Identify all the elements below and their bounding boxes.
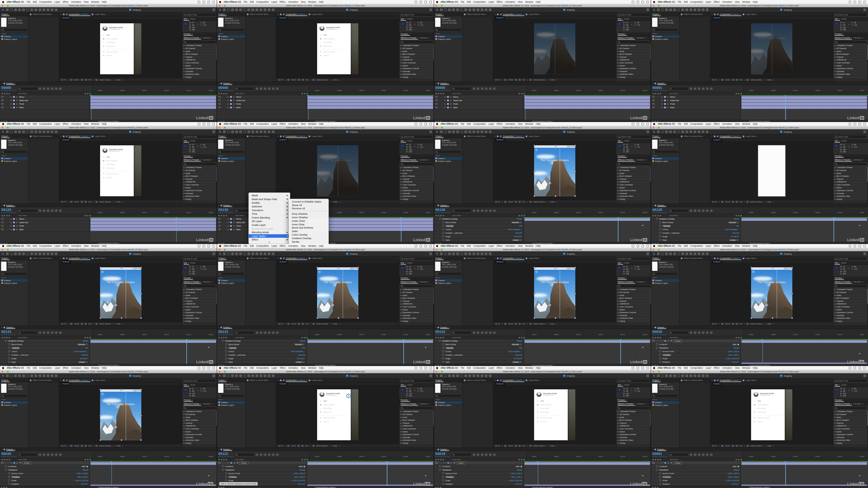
property-value[interactable]: 632.1,326.1 bbox=[728, 354, 739, 356]
effect-category-row[interactable]: ▶ Expression Controls bbox=[182, 311, 217, 314]
effect-category-row[interactable]: ▶ Color Correction bbox=[616, 184, 651, 187]
panel-menu-icon[interactable]: ≡ bbox=[192, 399, 193, 401]
layer-bar[interactable] bbox=[524, 218, 650, 221]
grid-guides-icon[interactable] bbox=[504, 445, 506, 447]
stopwatch-icon[interactable] bbox=[8, 472, 10, 475]
drawer-item[interactable]: ✉ Send Comments bbox=[102, 171, 131, 176]
disclosure-icon[interactable]: ▶ bbox=[835, 59, 836, 61]
project-item-row[interactable]: Drawers bbox=[651, 157, 679, 160]
battery-icon[interactable] bbox=[425, 367, 427, 369]
modes-column-icon[interactable] bbox=[738, 337, 739, 338]
submenu-item[interactable]: Inner Glow bbox=[289, 223, 329, 226]
lock-column-icon[interactable] bbox=[9, 93, 10, 94]
tab-project[interactable]: Project≡ bbox=[652, 379, 660, 382]
effect-category-row[interactable]: ▶ Blur & Sharpen bbox=[182, 53, 217, 56]
property-value[interactable]: ⇔ 100.0,100.0% bbox=[724, 357, 739, 360]
panel-menu-icon[interactable]: ≡ bbox=[523, 257, 524, 259]
menu-item[interactable]: Window bbox=[308, 1, 316, 3]
effect-category-row[interactable]: ▶ Channel bbox=[182, 56, 217, 59]
comp-nav-chip[interactable]: Drawers bbox=[61, 260, 71, 263]
selection-handle[interactable] bbox=[338, 267, 339, 268]
layer-name-header[interactable]: Layer Name bbox=[235, 337, 244, 338]
close-button[interactable] bbox=[653, 249, 654, 251]
effect-category-row[interactable]: ▶ Expression Controls bbox=[833, 311, 868, 314]
menu-item[interactable]: File bbox=[461, 123, 464, 125]
view-layout-select[interactable]: 1 View bbox=[766, 201, 771, 203]
tab-layer[interactable]: Layer Menu bbox=[746, 134, 756, 138]
menu-item[interactable]: Effect bbox=[497, 123, 503, 125]
disclosure-icon[interactable]: ▶ bbox=[401, 315, 402, 316]
context-menu-item[interactable]: Transform ▶ bbox=[249, 208, 290, 212]
panel-menu-icon[interactable]: ≡ bbox=[851, 159, 852, 161]
property-value[interactable]: ⇔ 100.0,100.0% bbox=[507, 479, 522, 482]
disclosure-icon[interactable]: ▶ bbox=[835, 198, 836, 200]
property-label[interactable]: Gradien...oothness bbox=[228, 354, 246, 356]
drawer-item[interactable]: ✉ Send Comments bbox=[319, 49, 348, 54]
effect-category-row[interactable]: ▶ Audio bbox=[833, 50, 868, 53]
graph-icon[interactable] bbox=[654, 487, 656, 488]
composition-viewer[interactable]: Samantha Smith ssmith@email.com ▭ Chat bbox=[276, 386, 399, 444]
property-label[interactable]: Opacity bbox=[445, 225, 454, 227]
disclosure-icon[interactable]: ▶ bbox=[10, 96, 12, 98]
menu-item[interactable]: Help bbox=[319, 366, 323, 369]
close-button[interactable] bbox=[2, 371, 3, 372]
motion-blur-icon[interactable] bbox=[706, 88, 709, 90]
menu-item[interactable]: Composition bbox=[690, 245, 703, 247]
layer-label-chip[interactable] bbox=[230, 228, 232, 231]
time-ruler[interactable]: 000250005000075001000012500150 bbox=[309, 85, 434, 92]
comp-timecode[interactable]: 00019 bbox=[508, 445, 513, 447]
zoom-tool-icon[interactable] bbox=[661, 375, 664, 377]
status-icon[interactable] bbox=[415, 1, 417, 3]
disclosure-icon[interactable]: ▶ bbox=[401, 195, 402, 197]
property-value[interactable]: -135.9,-333.9 bbox=[727, 472, 739, 475]
comp-nav-chip[interactable]: Drawers bbox=[278, 138, 288, 141]
effect-category-row[interactable]: ▶ 3D Channel bbox=[182, 169, 217, 172]
app-menu-title[interactable]: After Effects CC bbox=[6, 1, 24, 3]
lock-column-icon[interactable] bbox=[443, 459, 444, 460]
close-button[interactable] bbox=[219, 127, 220, 129]
workspace-icon[interactable] bbox=[429, 375, 432, 377]
menu-scroll-icon[interactable]: ▼ bbox=[249, 241, 290, 243]
close-icon[interactable]: × bbox=[61, 379, 62, 381]
disclosure-icon[interactable]: ▶ bbox=[184, 294, 185, 296]
lock-column-icon[interactable] bbox=[660, 93, 661, 94]
selection-handle[interactable] bbox=[140, 389, 142, 390]
comp-mini-flowchart-icon[interactable] bbox=[690, 332, 692, 334]
panel-menu-icon[interactable]: ≡ bbox=[448, 326, 449, 328]
disclosure-icon[interactable]: ▶ bbox=[618, 175, 619, 177]
hand-tool-icon[interactable] bbox=[223, 130, 226, 133]
tab-info[interactable]: Info≡ bbox=[835, 261, 840, 265]
menu-item[interactable]: File bbox=[461, 1, 464, 3]
zoom-button[interactable] bbox=[658, 249, 660, 251]
project-search-input[interactable] bbox=[652, 150, 678, 154]
disclosure-icon[interactable]: ▶ bbox=[835, 416, 836, 418]
submenu-item[interactable]: Inner Shadow bbox=[289, 216, 329, 219]
eraser-tool-icon[interactable] bbox=[698, 130, 701, 133]
effect-category-row[interactable]: ▶ CINEMA 4D bbox=[399, 425, 434, 427]
disclosure-icon[interactable]: ▶ bbox=[618, 193, 619, 194]
close-icon[interactable]: × bbox=[61, 135, 62, 137]
panel-menu-icon[interactable]: ≡ bbox=[659, 135, 660, 137]
menu-item[interactable]: Help bbox=[102, 1, 106, 3]
menu-item[interactable]: View bbox=[84, 366, 88, 369]
menu-item[interactable]: View bbox=[301, 123, 305, 125]
selection-tool-icon[interactable] bbox=[436, 130, 439, 133]
selection-handle[interactable] bbox=[99, 389, 101, 390]
timeline-search-input[interactable] bbox=[452, 87, 471, 90]
project-item-row[interactable]: Drawers bbox=[651, 35, 679, 38]
comp-mini-flowchart-icon[interactable] bbox=[39, 454, 41, 456]
frame-blend-icon[interactable] bbox=[702, 454, 705, 456]
tab-libraries[interactable]: Libraries bbox=[203, 402, 210, 405]
help-search-input[interactable]: Search Help bbox=[183, 257, 216, 261]
disclosure-icon[interactable]: ▶ bbox=[835, 172, 836, 174]
project-name-column[interactable]: Name bbox=[217, 154, 245, 157]
active-camera-select[interactable]: Active Camera bbox=[750, 79, 762, 81]
tab-libraries[interactable]: Libraries bbox=[420, 280, 427, 284]
property-label[interactable]: Opacity bbox=[662, 225, 671, 227]
disclosure-icon[interactable]: ▶ bbox=[401, 294, 402, 296]
disclosure-icon[interactable]: ▶ bbox=[184, 193, 185, 194]
disclosure-icon[interactable]: ▶ bbox=[835, 442, 836, 444]
layer-bar[interactable] bbox=[90, 99, 216, 102]
disclosure-icon[interactable]: ▶ bbox=[401, 181, 402, 183]
menu-item[interactable]: View bbox=[518, 366, 522, 369]
